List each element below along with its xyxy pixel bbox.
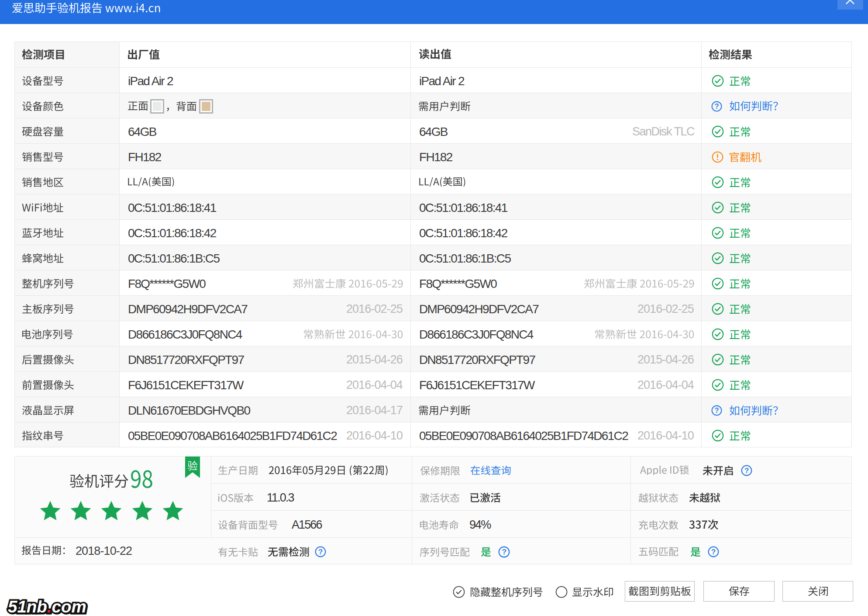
svg-text:?: ? [715,102,719,110]
svg-text:?: ? [318,548,323,556]
svg-text:?: ? [744,467,749,475]
svg-text:?: ? [502,547,506,556]
svg-text:51nb.com: 51nb.com [8,597,86,616]
svg-text:?: ? [715,406,719,414]
svg-text:?: ? [711,548,716,556]
